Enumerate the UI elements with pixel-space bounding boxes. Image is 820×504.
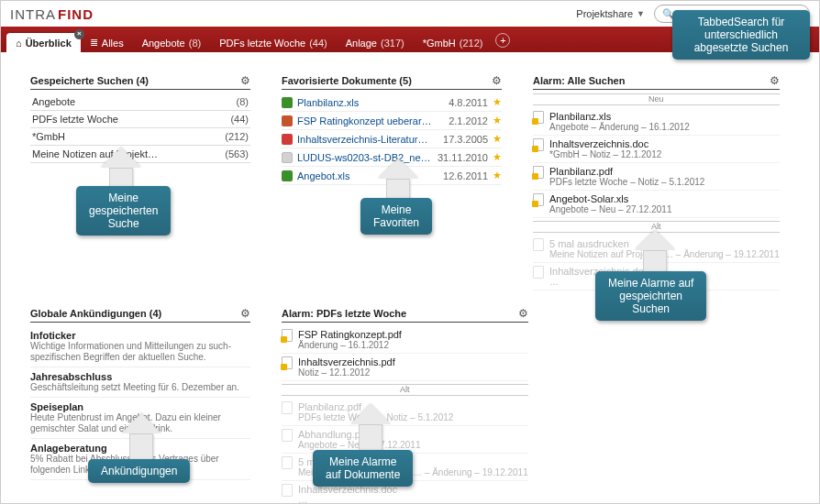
favorite-row[interactable]: FSP Ratingkonzept ueberarb.ppt2.1.2012★: [282, 112, 502, 130]
tab-offers[interactable]: Angebote (8): [133, 33, 211, 52]
tab-label: Alles: [102, 38, 124, 49]
saved-search-row[interactable]: Angebote(8): [30, 93, 250, 111]
alarm-row[interactable]: Angebot-Solar.xlsAngebote – Neu – 27.12.…: [533, 191, 780, 218]
empty-cell: [533, 307, 753, 504]
tab-pdfs[interactable]: PDFs letzte Woche (44): [210, 33, 337, 52]
logo-part-1: INTRA: [10, 6, 56, 22]
callout-announcements: Ankündigungen: [88, 459, 190, 483]
callout-tabbed-search: TabbedSearch fürunterschiedlichabgesetzt…: [672, 10, 810, 60]
callout-doc-alarms: Meine Alarmeauf Dokumente: [313, 450, 413, 487]
tab-label: Anlage: [346, 38, 377, 49]
callout-saved: MeinegespeichertenSuche: [76, 186, 171, 236]
callout-alarms: Meine Alarme aufgespeichrtenSuchen: [595, 271, 706, 321]
panel-title: Gespeicherte Suchen (4): [30, 75, 149, 86]
doc-icon: [533, 193, 544, 206]
panel-title: Favorisierte Dokumente (5): [282, 75, 412, 86]
doc-icon: [282, 152, 293, 163]
ppt-icon: [282, 115, 293, 126]
alarm-row[interactable]: Planbilanz.pdfPDFs letzte Woche – Notiz …: [282, 399, 528, 426]
tab-label: Angebote: [142, 38, 185, 49]
gear-icon[interactable]: ⚙: [492, 74, 502, 87]
add-tab-button[interactable]: +: [495, 33, 510, 48]
tab-anlage[interactable]: Anlage (317): [337, 33, 414, 52]
arrow-icon: [129, 413, 161, 461]
doc-icon: [533, 138, 544, 151]
home-icon: ⌂: [16, 38, 22, 49]
alarm-row[interactable]: Inhaltsverzeichnis.pdfNotiz – 12.1.2012: [282, 354, 528, 381]
logo-part-2: FIND: [58, 6, 94, 22]
tab-label: Überblick: [26, 38, 72, 49]
favorite-row[interactable]: Planbilanz.xls4.8.2011★: [282, 93, 502, 112]
panel-title: Alarm: Alle Suchen: [533, 75, 625, 86]
doc-icon: [282, 401, 293, 414]
doc-icon: [282, 329, 293, 342]
doc-icon: [533, 266, 544, 279]
star-icon[interactable]: ★: [493, 133, 502, 145]
doc-icon: [282, 356, 293, 369]
star-icon[interactable]: ★: [493, 151, 502, 163]
tab-overview[interactable]: ⌂ Überblick ×: [6, 33, 81, 52]
list-icon: ≣: [90, 37, 98, 49]
doc-icon: [282, 429, 293, 442]
star-icon[interactable]: ★: [493, 170, 502, 181]
logo: INTRAFIND: [10, 6, 94, 22]
alarm-row[interactable]: Planbilanz.xlsAngebote – Änderung – 16.1…: [533, 108, 780, 136]
star-icon[interactable]: ★: [493, 115, 502, 126]
gear-icon[interactable]: ⚙: [240, 74, 250, 87]
alarm-row[interactable]: FSP Ratingkonzept.pdfÄnderung – 16.1.201…: [282, 326, 528, 354]
close-icon[interactable]: ×: [74, 29, 84, 39]
saved-search-row[interactable]: PDFs letzte Woche(44): [30, 111, 250, 128]
chevron-down-icon: ▼: [637, 9, 645, 18]
pdf-icon: [282, 134, 293, 145]
doc-icon: [533, 166, 544, 179]
gear-icon[interactable]: ⚙: [518, 307, 528, 320]
callout-favorites: MeineFavoriten: [360, 198, 432, 235]
tab-count: (212): [460, 38, 483, 49]
doc-icon: [533, 238, 544, 251]
gear-icon[interactable]: ⚙: [770, 74, 780, 87]
alarm-row[interactable]: Inhaltsverzeichnis.doc*GmbH – Notiz – 12…: [533, 136, 780, 163]
tab-label: PDFs letzte Woche: [219, 38, 305, 49]
tab-all[interactable]: ≣ Alles: [81, 32, 133, 52]
tab-gmbh[interactable]: *GmbH (212): [414, 33, 493, 52]
project-selector[interactable]: Projektshare ▼: [576, 8, 645, 19]
tab-count: (8): [189, 38, 201, 49]
tab-count: (317): [381, 38, 404, 49]
doc-icon: [282, 456, 293, 469]
announcement-row[interactable]: InfotickerWichtige Informationen und Mit…: [30, 326, 250, 367]
xls-icon: [282, 170, 293, 181]
tab-count: (44): [309, 38, 327, 49]
announcement-row[interactable]: JahresabschlussGeschäftsleitung setzt Me…: [30, 367, 250, 398]
favorite-row[interactable]: Inhaltsverzeichnis-Literaturverzeichn…17…: [282, 130, 502, 148]
section-old: Alt: [282, 384, 528, 396]
tab-label: *GmbH: [423, 38, 456, 49]
saved-search-row[interactable]: *GmbH(212): [30, 128, 250, 146]
doc-icon: [282, 484, 293, 497]
section-new: Neu: [533, 93, 780, 105]
gear-icon[interactable]: ⚙: [240, 307, 250, 320]
panel-title: Globale Ankündigungen (4): [30, 308, 161, 319]
alarm-row[interactable]: Planbilanz.pdfPDFs letzte Woche – Notiz …: [533, 163, 780, 191]
arrow-icon: [359, 404, 391, 452]
panel-title: Alarm: PDFs letzte Woche: [282, 308, 406, 319]
project-selector-label: Projektshare: [576, 8, 633, 19]
doc-icon: [533, 111, 544, 124]
star-icon[interactable]: ★: [493, 96, 502, 108]
xls-icon: [282, 97, 293, 108]
